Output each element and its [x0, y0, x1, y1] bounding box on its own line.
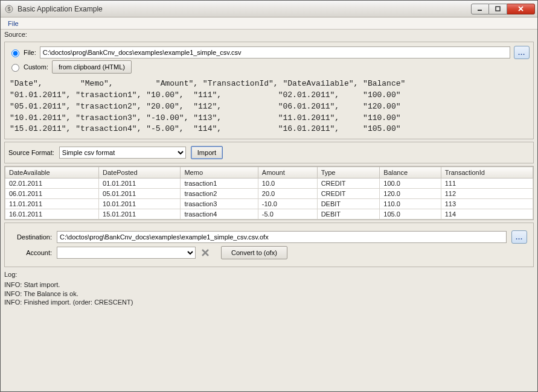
table-cell: trasaction2	[181, 189, 258, 199]
import-button[interactable]: Import	[191, 146, 223, 159]
log-panel: Log: INFO: Start import. INFO: The Balan…	[4, 270, 534, 388]
destination-label: Destination:	[11, 233, 52, 241]
table-cell: -5.0	[258, 209, 317, 220]
titlebar: $ Basic Application Example	[1, 1, 537, 17]
column-header[interactable]: Amount	[258, 167, 317, 179]
table-cell: CREDIT	[317, 189, 380, 199]
destination-panel: Destination: ... Account: Convert to (of…	[4, 223, 534, 267]
format-panel: Source Format: Simple csv format Import	[4, 142, 534, 163]
table-cell: DEBIT	[317, 209, 380, 220]
app-window: $ Basic Application Example File Source:…	[0, 0, 538, 392]
source-browse-button[interactable]: ...	[514, 46, 530, 59]
source-file-label: File:	[24, 49, 36, 56]
svg-text:$: $	[7, 6, 10, 12]
column-header[interactable]: DatePosted	[99, 167, 181, 179]
column-header[interactable]: TransactionId	[441, 167, 533, 179]
table-cell: CREDIT	[317, 179, 380, 189]
menu-file[interactable]: File	[3, 19, 24, 28]
table-row[interactable]: 16.01.201115.01.2011trasaction4-5.0DEBIT…	[5, 209, 533, 220]
table-cell: -10.0	[258, 199, 317, 209]
table-cell: 120.0	[380, 189, 441, 199]
table-cell: 112	[441, 189, 533, 199]
source-format-select[interactable]: Simple csv format	[59, 147, 186, 159]
source-file-radio-input[interactable]	[11, 49, 19, 57]
source-file-radio[interactable]: File:	[8, 48, 36, 57]
table-cell: 20.0	[258, 189, 317, 199]
source-preview: "Date", "Memo", "Amount", "TransactionId…	[8, 75, 530, 136]
table-cell: trasaction4	[181, 209, 258, 220]
table-cell: 114	[441, 209, 533, 220]
table-cell: 10.0	[258, 179, 317, 189]
clear-account-icon[interactable]	[200, 248, 210, 258]
table-cell: 02.01.2011	[5, 179, 99, 189]
account-label: Account:	[11, 249, 52, 256]
table-cell: 110.0	[380, 199, 441, 209]
menubar: File	[1, 17, 537, 30]
from-clipboard-button[interactable]: from clipboard (HTML)	[52, 60, 132, 74]
table-cell: 01.01.2011	[99, 179, 181, 189]
source-file-input[interactable]	[40, 46, 510, 58]
source-label: Source:	[4, 30, 534, 39]
result-grid: DateAvailableDatePostedMemoAmountTypeBal…	[4, 166, 534, 220]
table-cell: 113	[441, 199, 533, 209]
log-text: INFO: Start import. INFO: The Balance is…	[4, 278, 534, 306]
table-cell: 16.01.2011	[5, 209, 99, 220]
table-cell: DEBIT	[317, 199, 380, 209]
table-cell: 10.01.2011	[99, 199, 181, 209]
format-label: Source Format:	[8, 149, 54, 156]
minimize-button[interactable]	[471, 4, 489, 14]
table-row[interactable]: 02.01.201101.01.2011trasaction110.0CREDI…	[5, 179, 533, 189]
table-row[interactable]: 11.01.201110.01.2011trasaction3-10.0DEBI…	[5, 199, 533, 209]
table-cell: 05.01.2011	[99, 189, 181, 199]
close-button[interactable]	[507, 4, 535, 14]
log-label: Log:	[4, 271, 534, 278]
result-table[interactable]: DateAvailableDatePostedMemoAmountTypeBal…	[5, 166, 533, 220]
source-custom-radio-input[interactable]	[11, 64, 19, 72]
table-cell: 06.01.2011	[5, 189, 99, 199]
destination-input[interactable]	[57, 231, 507, 243]
table-row[interactable]: 06.01.201105.01.2011trasaction220.0CREDI…	[5, 189, 533, 199]
window-title: Basic Application Example	[18, 5, 471, 13]
source-panel: File: ... Custom: from clipboard (HTML) …	[4, 42, 534, 139]
table-cell: 105.0	[380, 209, 441, 220]
convert-button[interactable]: Convert to (ofx)	[221, 246, 287, 259]
source-custom-radio[interactable]: Custom:	[8, 62, 48, 72]
table-cell: 100.0	[380, 179, 441, 189]
column-header[interactable]: DateAvailable	[5, 167, 99, 179]
table-cell: trasaction1	[181, 179, 258, 189]
body: Source: File: ... Custom: from clipboard…	[1, 30, 537, 391]
source-custom-label: Custom:	[24, 63, 48, 71]
account-select[interactable]	[57, 247, 196, 259]
column-header[interactable]: Memo	[181, 167, 258, 179]
destination-browse-button[interactable]: ...	[511, 230, 527, 244]
column-header[interactable]: Type	[317, 167, 380, 179]
svg-rect-3	[496, 7, 500, 11]
table-cell: 111	[441, 179, 533, 189]
table-cell: trasaction3	[181, 199, 258, 209]
app-icon: $	[4, 4, 14, 14]
column-header[interactable]: Balance	[380, 167, 441, 179]
window-controls	[471, 4, 535, 14]
table-cell: 15.01.2011	[99, 209, 181, 220]
table-cell: 11.01.2011	[5, 199, 99, 209]
maximize-button[interactable]	[489, 4, 507, 14]
